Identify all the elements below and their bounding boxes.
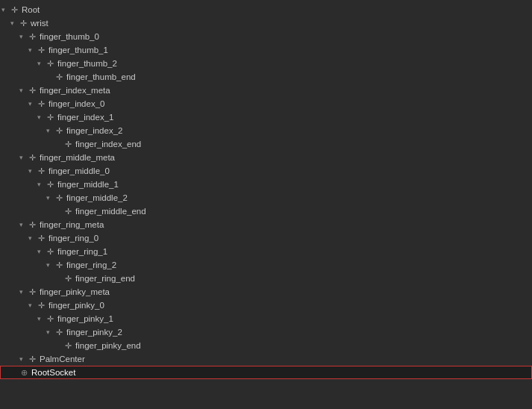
bone-icon: ✛: [54, 70, 64, 84]
bone-icon: ✛: [54, 124, 64, 137]
tree-item-finger_index_meta[interactable]: ▾✛finger_index_meta: [0, 84, 532, 97]
bone-icon: ✛: [54, 258, 64, 272]
tree-item-finger_thumb_end[interactable]: ✛finger_thumb_end: [0, 70, 532, 84]
tree-item-finger_middle_0[interactable]: ▾✛finger_middle_0: [0, 164, 532, 178]
tree-item-finger_ring_end[interactable]: ✛finger_ring_end: [0, 272, 532, 285]
bone-icon: ✛: [45, 178, 55, 191]
bone-icon: ✛: [63, 204, 73, 218]
tree-item-label: finger_pinky_0: [48, 299, 104, 312]
expand-arrow[interactable]: ▾: [46, 124, 54, 137]
expand-arrow[interactable]: ▾: [19, 218, 27, 231]
expand-arrow[interactable]: ▾: [10, 16, 18, 30]
bone-icon: ✛: [54, 325, 64, 339]
tree-item-finger_ring_meta[interactable]: ▾✛finger_ring_meta: [0, 218, 532, 231]
tree-item-label: finger_index_meta: [40, 84, 110, 97]
tree-item-root[interactable]: ▾✛Root: [0, 3, 532, 16]
expand-arrow[interactable]: ▾: [28, 97, 36, 110]
tree-item-wrist[interactable]: ▾✛wrist: [0, 16, 532, 30]
tree-container[interactable]: ▾✛Root▾✛wrist▾✛finger_thumb_0▾✛finger_th…: [0, 0, 532, 409]
tree-item-finger_thumb_2[interactable]: ▾✛finger_thumb_2: [0, 57, 532, 70]
tree-item-finger_middle_1[interactable]: ▾✛finger_middle_1: [0, 178, 532, 191]
tree-item-label: finger_thumb_0: [40, 30, 99, 43]
tree-item-finger_ring_0[interactable]: ▾✛finger_ring_0: [0, 231, 532, 245]
bone-icon: ✛: [18, 16, 28, 30]
expand-arrow[interactable]: ▾: [28, 43, 36, 57]
bone-icon: ✛: [45, 57, 55, 70]
tree-item-finger_thumb_1[interactable]: ▾✛finger_thumb_1: [0, 43, 532, 57]
tree-item-finger_index_1[interactable]: ▾✛finger_index_1: [0, 110, 532, 124]
expand-arrow[interactable]: ▾: [19, 285, 27, 299]
expand-arrow[interactable]: ▾: [28, 299, 36, 312]
tree-item-finger_middle_2[interactable]: ▾✛finger_middle_2: [0, 191, 532, 204]
bone-icon: ✛: [63, 137, 73, 151]
bone-icon: ✛: [36, 164, 46, 178]
tree-item-finger_pinky_end[interactable]: ✛finger_pinky_end: [0, 339, 532, 352]
tree-item-label: finger_middle_end: [75, 204, 146, 218]
tree-item-finger_middle_meta[interactable]: ▾✛finger_middle_meta: [0, 151, 532, 164]
tree-item-label: finger_pinky_2: [66, 325, 122, 339]
tree-item-label: finger_index_end: [75, 137, 141, 151]
tree-item-label: finger_pinky_end: [75, 339, 141, 352]
tree-item-label: finger_ring_2: [66, 258, 116, 272]
tree-item-finger_index_end[interactable]: ✛finger_index_end: [0, 137, 532, 151]
bone-icon: ✛: [36, 97, 46, 110]
expand-arrow[interactable]: ▾: [37, 110, 45, 124]
tree-item-label: finger_middle_1: [57, 178, 119, 191]
tree-item-label: finger_ring_end: [75, 272, 135, 285]
bone-icon: ✛: [63, 339, 73, 352]
tree-item-label: finger_thumb_2: [57, 57, 117, 70]
expand-arrow[interactable]: ▾: [28, 164, 36, 178]
tree-item-label: finger_ring_meta: [40, 218, 104, 231]
expand-arrow[interactable]: ▾: [46, 191, 54, 204]
tree-item-label: RootSocket: [31, 366, 75, 379]
tree-item-label: finger_index_1: [57, 110, 113, 124]
expand-arrow[interactable]: ▾: [37, 57, 45, 70]
tree-item-finger_ring_2[interactable]: ▾✛finger_ring_2: [0, 258, 532, 272]
expand-arrow[interactable]: ▾: [46, 258, 54, 272]
bone-icon: ✛: [36, 43, 46, 57]
bone-icon: ✛: [36, 231, 46, 245]
expand-arrow[interactable]: ▾: [1, 3, 9, 16]
expand-arrow[interactable]: ▾: [46, 325, 54, 339]
tree-item-palmcenter[interactable]: ▾✛PalmCenter: [0, 352, 532, 366]
tree-item-label: wrist: [31, 16, 48, 30]
tree-item-label: finger_middle_2: [66, 191, 128, 204]
bone-icon: ✛: [63, 272, 73, 285]
tree-item-label: Root: [22, 3, 40, 16]
tree-item-finger_pinky_1[interactable]: ▾✛finger_pinky_1: [0, 312, 532, 325]
expand-arrow[interactable]: ▾: [19, 30, 27, 43]
bone-icon: ✛: [27, 352, 37, 366]
tree-item-finger_pinky_2[interactable]: ▾✛finger_pinky_2: [0, 325, 532, 339]
tree-item-finger_pinky_meta[interactable]: ▾✛finger_pinky_meta: [0, 285, 532, 299]
tree-item-finger_thumb_0[interactable]: ▾✛finger_thumb_0: [0, 30, 532, 43]
tree-item-rootsocket[interactable]: ⊕RootSocket: [0, 366, 532, 379]
bone-icon: ✛: [45, 245, 55, 258]
tree-item-label: finger_index_0: [48, 97, 104, 110]
bone-icon: ✛: [27, 151, 37, 164]
bone-icon: ✛: [27, 285, 37, 299]
expand-arrow[interactable]: ▾: [19, 84, 27, 97]
tree-item-finger_index_0[interactable]: ▾✛finger_index_0: [0, 97, 532, 110]
tree-item-label: finger_thumb_end: [66, 70, 136, 84]
tree-item-label: finger_pinky_1: [57, 312, 113, 325]
expand-arrow[interactable]: ▾: [19, 352, 27, 366]
bone-icon: ✛: [36, 299, 46, 312]
tree-item-finger_pinky_0[interactable]: ▾✛finger_pinky_0: [0, 299, 532, 312]
tree-item-label: finger_ring_0: [48, 231, 98, 245]
tree-item-finger_index_2[interactable]: ▾✛finger_index_2: [0, 124, 532, 137]
bone-icon: ✛: [45, 312, 55, 325]
bone-icon: ✛: [27, 218, 37, 231]
tree-item-finger_ring_1[interactable]: ▾✛finger_ring_1: [0, 245, 532, 258]
expand-arrow[interactable]: ▾: [28, 231, 36, 245]
bone-icon: ✛: [45, 110, 55, 124]
tree-item-label: PalmCenter: [40, 352, 85, 366]
tree-item-finger_middle_end[interactable]: ✛finger_middle_end: [0, 204, 532, 218]
expand-arrow[interactable]: ▾: [37, 245, 45, 258]
expand-arrow[interactable]: ▾: [37, 312, 45, 325]
tree-item-label: finger_thumb_1: [48, 43, 108, 57]
expand-arrow[interactable]: ▾: [37, 178, 45, 191]
expand-arrow[interactable]: ▾: [19, 151, 27, 164]
tree-item-label: finger_pinky_meta: [40, 285, 110, 299]
bone-icon: ✛: [27, 84, 37, 97]
tree-item-label: finger_middle_meta: [40, 151, 115, 164]
